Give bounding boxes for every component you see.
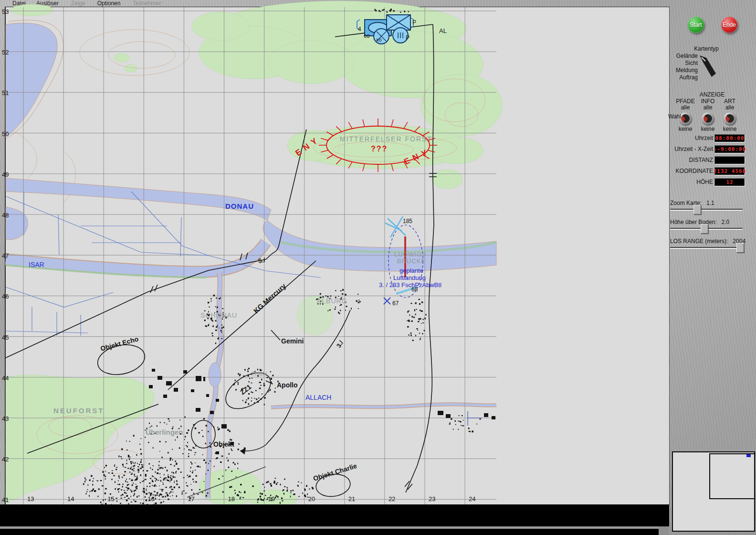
allach-label: ALLACH [305, 394, 331, 401]
menu-item-optionen[interactable]: Optionen [97, 0, 121, 7]
los-range-thumb[interactable] [736, 243, 744, 253]
overview-minimap[interactable] [672, 451, 755, 532]
ueberlingen-label: Überlingen [146, 428, 183, 436]
schoenau-label: SCHÖNAU [200, 311, 237, 319]
wahl-label: Wahl [668, 113, 680, 120]
annotation-68: 68 [411, 286, 418, 293]
objekt-charlie-label: Objekt Charlie [312, 462, 358, 482]
svg-text:17: 17 [188, 495, 194, 503]
svg-text:45: 45 [2, 334, 9, 341]
info-alle-label: alle [697, 105, 719, 110]
airborne-text-1: geplante [399, 267, 423, 274]
ludwigs-label-2: BRÜCKE [397, 257, 426, 265]
pfade-keine-label: keine [674, 126, 696, 132]
apollo-label: Apollo [277, 381, 298, 389]
svg-text:24: 24 [469, 495, 475, 503]
slider-los-range: LOS RANGE (meters):2004 [670, 238, 744, 245]
al-label: AL [439, 27, 447, 34]
field-koordinate: KOORDINATE 2132 4568 [668, 167, 746, 175]
art-knob[interactable] [724, 112, 736, 125]
minimap-viewport[interactable] [709, 453, 755, 499]
annotation-67: 67 [392, 300, 399, 307]
distanz-display [714, 156, 745, 164]
info-title: INFO [697, 98, 719, 104]
svg-text:53: 53 [2, 8, 9, 15]
field-uhrzeit: Uhrzeit 08:00:00 [668, 134, 746, 142]
pfade-title: PFADE [674, 98, 696, 104]
los-range-track[interactable] [670, 247, 743, 248]
control-panel: Start Ende Kartentyp Gelände Sicht Meldu… [668, 0, 756, 535]
info-keine-label: keine [697, 126, 719, 132]
xzeit-display: --9:00:00 [714, 145, 745, 153]
unit-label-co: co [364, 32, 370, 39]
uhrzeit-display: 08:00:00 [714, 134, 745, 142]
hoehe-boden-track[interactable] [670, 228, 743, 229]
cursor-pointer-icon [697, 51, 723, 80]
anzeige-title: ANZEIGE [679, 91, 746, 98]
alburg-label: ALBURG [317, 297, 347, 305]
slider-zoom-karte: Zoom Karte:1.1 [670, 200, 744, 206]
hoehe-boden-value: 2.0 [721, 219, 729, 225]
svg-text:13: 13 [27, 495, 34, 503]
option-meldung[interactable]: Meldung [668, 67, 698, 74]
svg-text:22: 22 [388, 495, 395, 503]
taskbar [0, 529, 659, 535]
zoom-karte-thumb[interactable] [693, 205, 701, 214]
neuforst-label: NEUFORST [53, 407, 105, 415]
map-canvas[interactable]: ENY ENY ??? DONAU ISAR ALLACH NEUFORST S… [5, 7, 670, 505]
xzeit-label: Uhrzeit - X-Zeit [668, 145, 713, 153]
art-title: ART [719, 98, 741, 104]
zoom-karte-track[interactable] [670, 209, 743, 210]
svg-text:15: 15 [107, 495, 114, 503]
option-auftrag[interactable]: Auftrag [668, 74, 698, 81]
phase-line-5-label: 5./ [258, 257, 266, 265]
svg-text:18: 18 [228, 495, 235, 503]
menu-item-zeige: Zeige [71, 0, 85, 7]
airborne-text-3: 3. / 283 FschPzAbwBtl [379, 281, 441, 289]
option-sicht[interactable]: Sicht [668, 60, 698, 67]
svg-text:48: 48 [2, 212, 9, 219]
ludwigs-label-1: LUDWIGS [394, 251, 427, 258]
mitterfelser-label: MITTERFELSER FORST [340, 135, 432, 143]
svg-text:46: 46 [2, 293, 9, 300]
airborne-text-2: Luftlandung [393, 274, 426, 281]
svg-text:47: 47 [2, 252, 9, 259]
menu-item-teilnehmer: Teilnehmer: [133, 0, 162, 7]
kg-mercury-label: KG Mercury [252, 281, 288, 315]
taskbar-corner-block [659, 526, 669, 535]
hoehe-boden-label: Höhe über Boden: [670, 219, 716, 225]
objekt-echo-label: Objekt Echo [100, 335, 139, 353]
field-hoehe: HÖHE 12 [668, 178, 746, 186]
route-3-label: 3./ [335, 339, 345, 349]
annotation-185: 185 [403, 218, 412, 225]
gemini-label: Gemini [281, 337, 304, 345]
svg-text:20: 20 [308, 495, 315, 503]
viewport-marker [746, 454, 751, 457]
knob-column-info: INFO alle keine [697, 98, 719, 132]
info-knob[interactable] [702, 112, 714, 125]
bottom-black-bar [0, 504, 669, 526]
kartentyp-options: Gelände Sicht Meldung Auftrag [668, 53, 698, 81]
art-alle-label: alle [719, 105, 741, 110]
svg-text:44: 44 [2, 374, 9, 382]
svg-text:49: 49 [2, 171, 9, 178]
svg-text:41: 41 [2, 496, 9, 503]
pfade-alle-label: alle [674, 105, 696, 110]
art-keine-label: keine [719, 126, 741, 132]
uhrzeit-label: Uhrzeit [668, 134, 713, 142]
objekt-label: Objekt [213, 440, 234, 448]
unit-label-4: 4 [358, 26, 361, 32]
los-range-label: LOS RANGE (meters): [670, 238, 728, 245]
koordinate-label: KOORDINATE [668, 167, 713, 175]
svg-text:51: 51 [2, 89, 9, 96]
rain-label: RAIN [252, 370, 267, 377]
unit-label-xo: xo [376, 37, 382, 43]
field-xzeit: Uhrzeit - X-Zeit --9:00:00 [668, 145, 746, 153]
distanz-label: DISTANZ [668, 156, 713, 164]
ende-button[interactable]: Ende [721, 17, 737, 33]
hoehe-label: HÖHE [668, 178, 713, 186]
hoehe-boden-thumb[interactable] [701, 224, 708, 234]
option-gelaende[interactable]: Gelände [668, 53, 698, 60]
svg-text:16: 16 [147, 495, 154, 503]
start-button[interactable]: Start [688, 17, 704, 33]
